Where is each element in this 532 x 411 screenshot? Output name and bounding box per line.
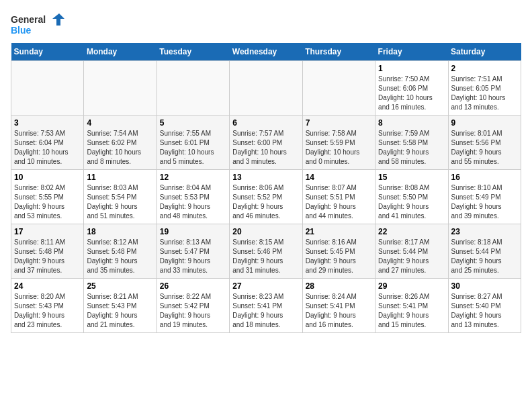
day-info: Sunrise: 8:22 AM Sunset: 5:42 PM Dayligh… — [160, 292, 226, 330]
calendar-cell: 27Sunrise: 8:23 AM Sunset: 5:41 PM Dayli… — [230, 279, 302, 333]
calendar-week-5: 24Sunrise: 8:20 AM Sunset: 5:43 PM Dayli… — [11, 279, 521, 333]
calendar-cell: 17Sunrise: 8:11 AM Sunset: 5:48 PM Dayli… — [11, 224, 84, 279]
day-number: 1 — [378, 64, 445, 73]
calendar-cell: 24Sunrise: 8:20 AM Sunset: 5:43 PM Dayli… — [11, 279, 84, 333]
calendar-cell: 22Sunrise: 8:17 AM Sunset: 5:44 PM Dayli… — [375, 224, 448, 279]
day-number: 30 — [451, 281, 518, 291]
day-number: 12 — [160, 173, 226, 182]
day-info: Sunrise: 7:58 AM Sunset: 5:59 PM Dayligh… — [306, 129, 372, 167]
svg-text:General: General — [11, 14, 46, 25]
day-info: Sunrise: 8:08 AM Sunset: 5:50 PM Dayligh… — [378, 183, 445, 221]
day-info: Sunrise: 7:54 AM Sunset: 6:02 PM Dayligh… — [87, 129, 153, 167]
day-number: 5 — [160, 118, 226, 128]
day-info: Sunrise: 8:27 AM Sunset: 5:40 PM Dayligh… — [451, 292, 518, 330]
day-info: Sunrise: 8:23 AM Sunset: 5:41 PM Dayligh… — [232, 292, 299, 330]
day-info: Sunrise: 7:53 AM Sunset: 6:04 PM Dayligh… — [14, 129, 81, 167]
calendar-cell: 2Sunrise: 7:51 AM Sunset: 6:05 PM Daylig… — [448, 61, 521, 116]
calendar-cell: 1Sunrise: 7:50 AM Sunset: 6:06 PM Daylig… — [375, 61, 448, 116]
weekday-header-monday: Monday — [84, 43, 157, 61]
day-number: 7 — [306, 118, 372, 128]
day-number: 25 — [87, 281, 153, 291]
day-number: 6 — [232, 118, 299, 128]
logo: General Blue — [11, 11, 67, 38]
calendar-cell: 15Sunrise: 8:08 AM Sunset: 5:50 PM Dayli… — [375, 170, 448, 224]
calendar-table: SundayMondayTuesdayWednesdayThursdayFrid… — [11, 43, 521, 333]
calendar-cell: 23Sunrise: 8:18 AM Sunset: 5:44 PM Dayli… — [448, 224, 521, 279]
day-info: Sunrise: 8:04 AM Sunset: 5:53 PM Dayligh… — [160, 183, 226, 221]
calendar-cell: 4Sunrise: 7:54 AM Sunset: 6:02 PM Daylig… — [84, 116, 157, 170]
calendar-cell: 14Sunrise: 8:07 AM Sunset: 5:51 PM Dayli… — [302, 170, 375, 224]
day-info: Sunrise: 8:02 AM Sunset: 5:55 PM Dayligh… — [14, 183, 81, 221]
day-info: Sunrise: 7:50 AM Sunset: 6:06 PM Dayligh… — [378, 75, 445, 112]
day-number: 17 — [14, 227, 81, 236]
day-number: 18 — [87, 227, 153, 236]
day-number: 16 — [451, 173, 518, 182]
calendar-cell: 11Sunrise: 8:03 AM Sunset: 5:54 PM Dayli… — [84, 170, 157, 224]
day-info: Sunrise: 8:12 AM Sunset: 5:48 PM Dayligh… — [87, 238, 153, 275]
day-number: 14 — [306, 173, 372, 182]
calendar-cell: 26Sunrise: 8:22 AM Sunset: 5:42 PM Dayli… — [157, 279, 229, 333]
calendar-cell: 13Sunrise: 8:06 AM Sunset: 5:52 PM Dayli… — [230, 170, 302, 224]
weekday-header-tuesday: Tuesday — [157, 43, 229, 61]
weekday-header-saturday: Saturday — [448, 43, 521, 61]
svg-marker-2 — [52, 13, 64, 26]
day-info: Sunrise: 7:55 AM Sunset: 6:01 PM Dayligh… — [160, 129, 226, 167]
calendar-cell: 28Sunrise: 8:24 AM Sunset: 5:41 PM Dayli… — [302, 279, 375, 333]
weekday-header-wednesday: Wednesday — [230, 43, 302, 61]
calendar-cell: 16Sunrise: 8:10 AM Sunset: 5:49 PM Dayli… — [448, 170, 521, 224]
day-info: Sunrise: 8:07 AM Sunset: 5:51 PM Dayligh… — [306, 183, 372, 221]
day-number: 10 — [14, 173, 81, 182]
calendar-week-1: 1Sunrise: 7:50 AM Sunset: 6:06 PM Daylig… — [11, 61, 521, 116]
day-number: 8 — [378, 118, 445, 128]
svg-text:Blue: Blue — [11, 25, 32, 36]
calendar-cell: 3Sunrise: 7:53 AM Sunset: 6:04 PM Daylig… — [11, 116, 84, 170]
calendar-cell: 21Sunrise: 8:16 AM Sunset: 5:45 PM Dayli… — [302, 224, 375, 279]
calendar-week-4: 17Sunrise: 8:11 AM Sunset: 5:48 PM Dayli… — [11, 224, 521, 279]
calendar-cell: 5Sunrise: 7:55 AM Sunset: 6:01 PM Daylig… — [157, 116, 229, 170]
calendar-cell: 7Sunrise: 7:58 AM Sunset: 5:59 PM Daylig… — [302, 116, 375, 170]
calendar-cell — [84, 61, 157, 116]
day-info: Sunrise: 8:06 AM Sunset: 5:52 PM Dayligh… — [232, 183, 299, 221]
calendar-cell: 19Sunrise: 8:13 AM Sunset: 5:47 PM Dayli… — [157, 224, 229, 279]
day-info: Sunrise: 8:01 AM Sunset: 5:56 PM Dayligh… — [451, 129, 518, 167]
day-number: 28 — [306, 281, 372, 291]
calendar-cell: 18Sunrise: 8:12 AM Sunset: 5:48 PM Dayli… — [84, 224, 157, 279]
day-number: 27 — [232, 281, 299, 291]
calendar-body: 1Sunrise: 7:50 AM Sunset: 6:06 PM Daylig… — [11, 61, 521, 333]
day-number: 21 — [306, 227, 372, 236]
day-number: 19 — [160, 227, 226, 236]
calendar-cell: 12Sunrise: 8:04 AM Sunset: 5:53 PM Dayli… — [157, 170, 229, 224]
calendar-cell — [11, 61, 84, 116]
header: General Blue — [11, 11, 521, 38]
calendar-cell — [157, 61, 229, 116]
calendar-week-2: 3Sunrise: 7:53 AM Sunset: 6:04 PM Daylig… — [11, 116, 521, 170]
day-info: Sunrise: 8:20 AM Sunset: 5:43 PM Dayligh… — [14, 292, 81, 330]
day-number: 29 — [378, 281, 445, 291]
calendar-cell: 6Sunrise: 7:57 AM Sunset: 6:00 PM Daylig… — [230, 116, 302, 170]
day-number: 15 — [378, 173, 445, 182]
day-info: Sunrise: 8:17 AM Sunset: 5:44 PM Dayligh… — [378, 238, 445, 275]
day-info: Sunrise: 8:16 AM Sunset: 5:45 PM Dayligh… — [306, 238, 372, 275]
day-info: Sunrise: 7:51 AM Sunset: 6:05 PM Dayligh… — [451, 75, 518, 112]
day-number: 2 — [451, 64, 518, 73]
day-info: Sunrise: 8:26 AM Sunset: 5:41 PM Dayligh… — [378, 292, 445, 330]
weekday-header-sunday: Sunday — [11, 43, 84, 61]
day-info: Sunrise: 7:57 AM Sunset: 6:00 PM Dayligh… — [232, 129, 299, 167]
day-number: 23 — [451, 227, 518, 236]
calendar-cell: 29Sunrise: 8:26 AM Sunset: 5:41 PM Dayli… — [375, 279, 448, 333]
calendar-cell: 20Sunrise: 8:15 AM Sunset: 5:46 PM Dayli… — [230, 224, 302, 279]
day-number: 9 — [451, 118, 518, 128]
day-number: 4 — [87, 118, 153, 128]
calendar-cell — [302, 61, 375, 116]
weekday-header-thursday: Thursday — [302, 43, 375, 61]
day-number: 3 — [14, 118, 81, 128]
day-info: Sunrise: 8:18 AM Sunset: 5:44 PM Dayligh… — [451, 238, 518, 275]
day-info: Sunrise: 8:03 AM Sunset: 5:54 PM Dayligh… — [87, 183, 153, 221]
day-number: 13 — [232, 173, 299, 182]
day-info: Sunrise: 8:15 AM Sunset: 5:46 PM Dayligh… — [232, 238, 299, 275]
day-number: 24 — [14, 281, 81, 291]
day-info: Sunrise: 8:21 AM Sunset: 5:43 PM Dayligh… — [87, 292, 153, 330]
day-info: Sunrise: 8:24 AM Sunset: 5:41 PM Dayligh… — [306, 292, 372, 330]
calendar-cell: 30Sunrise: 8:27 AM Sunset: 5:40 PM Dayli… — [448, 279, 521, 333]
calendar-cell — [230, 61, 302, 116]
